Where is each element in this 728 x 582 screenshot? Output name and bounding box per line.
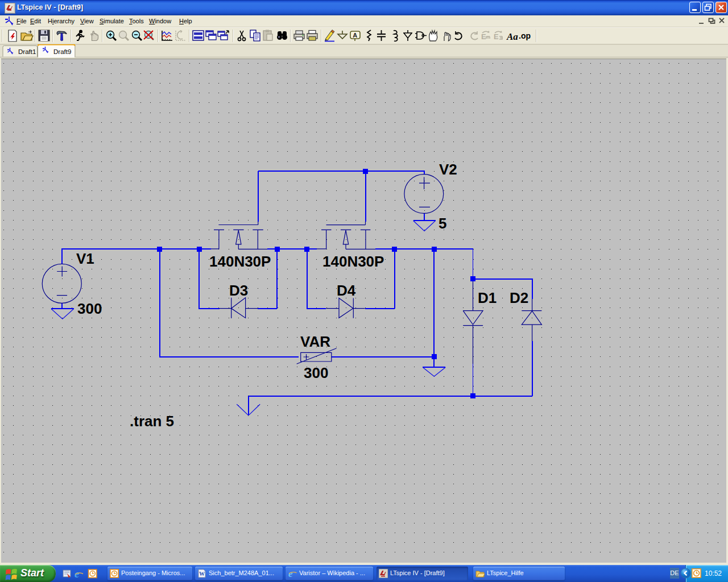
svg-text:D1: D1	[478, 289, 497, 306]
svg-text:300: 300	[77, 300, 102, 317]
svg-text:V2: V2	[439, 161, 457, 178]
svg-text:D2: D2	[510, 289, 528, 306]
svg-text:Draft9: Draft9	[53, 48, 71, 55]
svg-text:Draft1: Draft1	[18, 48, 36, 55]
svg-text:300: 300	[304, 364, 328, 381]
svg-text:.op: .op	[519, 31, 531, 40]
svg-text:W: W	[199, 571, 205, 577]
svg-text:D4: D4	[337, 282, 356, 299]
svg-text:E: E	[481, 32, 486, 41]
svg-text:140N30P: 140N30P	[209, 253, 271, 270]
svg-text:5: 5	[439, 215, 446, 232]
svg-text:VAR: VAR	[300, 333, 330, 350]
svg-text:140N30P: 140N30P	[322, 253, 384, 270]
svg-text:V1: V1	[76, 250, 94, 267]
svg-text:A: A	[353, 32, 357, 39]
svg-text:.tran 5: .tran 5	[130, 413, 174, 430]
svg-text:E: E	[494, 32, 499, 41]
svg-text:Aa: Aa	[506, 31, 518, 42]
svg-text:D3: D3	[229, 282, 248, 299]
